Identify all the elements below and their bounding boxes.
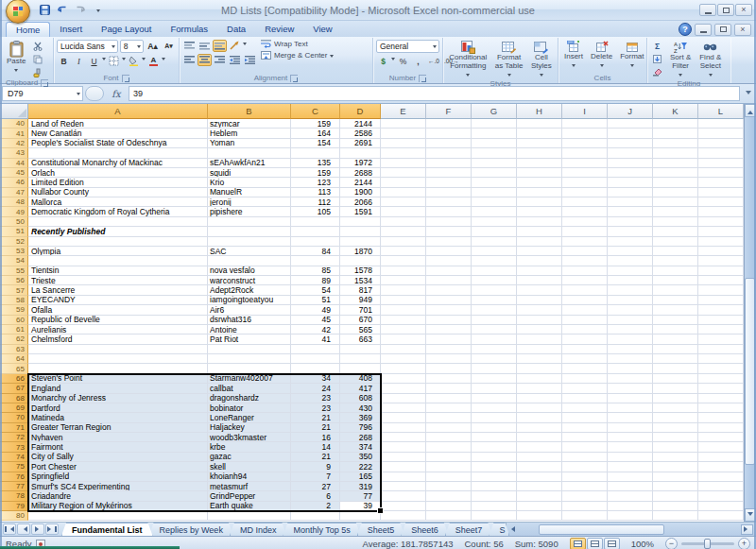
cell-E69[interactable] bbox=[381, 403, 426, 413]
cell-H57[interactable] bbox=[517, 285, 562, 295]
cell-E47[interactable] bbox=[381, 188, 426, 197]
sheet-tab-sheet7[interactable]: Sheet7 bbox=[445, 523, 493, 536]
font-size-select[interactable]: 8 bbox=[120, 40, 144, 53]
cell-G65[interactable] bbox=[472, 364, 517, 373]
cell-C62[interactable]: 41 bbox=[291, 335, 340, 344]
cell-G79[interactable] bbox=[472, 502, 517, 511]
row-header-72[interactable]: 72 bbox=[0, 433, 28, 442]
cell-E72[interactable] bbox=[381, 433, 426, 442]
cell-C64[interactable] bbox=[291, 354, 340, 364]
cell-K59[interactable] bbox=[653, 305, 698, 315]
cell-J77[interactable] bbox=[608, 482, 653, 491]
horizontal-scrollbar[interactable] bbox=[506, 523, 756, 536]
cell-L77[interactable] bbox=[698, 482, 744, 491]
row-header-57[interactable]: 57 bbox=[0, 285, 28, 295]
cell-C75[interactable]: 9 bbox=[291, 462, 340, 472]
row-header-53[interactable]: 53 bbox=[0, 247, 28, 256]
cell-A40[interactable]: Land of Reden bbox=[28, 119, 208, 129]
cell-K78[interactable] bbox=[653, 491, 698, 501]
cell-K54[interactable] bbox=[653, 256, 698, 266]
cell-E59[interactable] bbox=[381, 305, 426, 315]
cell-D62[interactable]: 663 bbox=[340, 335, 381, 344]
autosum-icon[interactable]: Σ bbox=[650, 40, 664, 52]
copy-icon[interactable] bbox=[30, 53, 44, 65]
cell-B52[interactable] bbox=[208, 237, 291, 247]
cell-C43[interactable] bbox=[291, 148, 340, 158]
cell-L67[interactable] bbox=[698, 384, 744, 393]
cell-H59[interactable] bbox=[517, 305, 562, 315]
row-header-67[interactable]: 67 bbox=[0, 384, 28, 393]
cell-C42[interactable]: 154 bbox=[291, 139, 340, 148]
ribbon-tab-page-layout[interactable]: Page Layout bbox=[92, 22, 161, 37]
cell-F62[interactable] bbox=[426, 335, 472, 344]
row-header-76[interactable]: 76 bbox=[0, 472, 28, 482]
minimize-icon[interactable] bbox=[699, 4, 716, 16]
col-header-L[interactable]: L bbox=[698, 104, 744, 119]
sheet-tab-sheet6[interactable]: Sheet6 bbox=[401, 523, 449, 536]
cell-D41[interactable]: 2586 bbox=[340, 129, 381, 138]
cell-L69[interactable] bbox=[698, 403, 744, 413]
row-header-47[interactable]: 47 bbox=[0, 188, 28, 197]
workbook-minimize-icon[interactable] bbox=[695, 24, 712, 36]
bold-button[interactable]: B bbox=[57, 55, 71, 67]
formula-input[interactable]: 39 bbox=[129, 86, 740, 101]
row-header-71[interactable]: 71 bbox=[0, 423, 28, 433]
zoom-level[interactable]: 100% bbox=[631, 539, 654, 549]
cell-A44[interactable]: Constitutional Monarchy of Mackinac bbox=[28, 159, 208, 168]
cell-J69[interactable] bbox=[608, 403, 653, 413]
cell-D75[interactable]: 222 bbox=[340, 462, 381, 472]
cell-H51[interactable] bbox=[517, 227, 562, 236]
row-header-73[interactable]: 73 bbox=[0, 442, 28, 452]
cell-A60[interactable]: Republic of Bevelle bbox=[28, 316, 208, 325]
next-sheet-icon[interactable] bbox=[31, 523, 44, 535]
cell-I75[interactable] bbox=[562, 462, 608, 472]
cell-F75[interactable] bbox=[426, 462, 472, 472]
cell-J78[interactable] bbox=[608, 491, 653, 501]
cell-D78[interactable]: 77 bbox=[340, 491, 381, 501]
cell-L49[interactable] bbox=[698, 207, 744, 216]
help-icon[interactable]: ? bbox=[679, 23, 692, 36]
cell-B58[interactable]: iamgoingtoeatyou bbox=[208, 296, 291, 305]
cell-J76[interactable] bbox=[608, 472, 653, 482]
zoom-out-icon[interactable]: − bbox=[665, 538, 678, 549]
cell-C68[interactable]: 23 bbox=[291, 394, 340, 403]
cell-I76[interactable] bbox=[562, 472, 608, 482]
cell-K68[interactable] bbox=[653, 394, 698, 403]
cell-K62[interactable] bbox=[653, 335, 698, 344]
restore-icon[interactable] bbox=[717, 4, 734, 16]
cell-styles-button[interactable]: Cell Styles bbox=[528, 40, 555, 79]
cell-J53[interactable] bbox=[608, 247, 653, 256]
cell-J49[interactable] bbox=[608, 207, 653, 216]
cell-I77[interactable] bbox=[562, 482, 608, 491]
cell-D73[interactable]: 374 bbox=[340, 442, 381, 452]
cell-I52[interactable] bbox=[562, 237, 608, 247]
row-header-77[interactable]: 77 bbox=[0, 482, 28, 491]
cell-K67[interactable] bbox=[653, 384, 698, 393]
cell-L66[interactable] bbox=[698, 374, 744, 384]
cell-I63[interactable] bbox=[562, 345, 608, 354]
horizontal-scroll-thumb[interactable] bbox=[539, 524, 664, 535]
cell-B49[interactable]: pipishere bbox=[208, 207, 291, 216]
number-format-select[interactable]: General bbox=[376, 40, 439, 53]
cell-B63[interactable] bbox=[208, 345, 291, 354]
cell-D40[interactable]: 2144 bbox=[340, 119, 381, 129]
row-header-80[interactable]: 80 bbox=[0, 511, 28, 521]
cell-F61[interactable] bbox=[426, 325, 472, 335]
cell-A64[interactable] bbox=[28, 354, 208, 364]
cell-C44[interactable]: 135 bbox=[291, 159, 340, 168]
cell-E62[interactable] bbox=[381, 335, 426, 344]
name-box[interactable]: D79 bbox=[2, 86, 83, 101]
cell-E56[interactable] bbox=[381, 276, 426, 285]
cell-E74[interactable] bbox=[381, 453, 426, 462]
cell-J50[interactable] bbox=[608, 217, 653, 227]
cell-K60[interactable] bbox=[653, 316, 698, 325]
cell-D58[interactable]: 949 bbox=[340, 296, 381, 305]
cell-H54[interactable] bbox=[517, 256, 562, 266]
format-as-table-button[interactable]: Format as Table bbox=[492, 40, 526, 79]
cell-F42[interactable] bbox=[426, 139, 472, 148]
cell-G44[interactable] bbox=[472, 159, 517, 168]
cell-L56[interactable] bbox=[698, 276, 744, 285]
row-header-58[interactable]: 58 bbox=[0, 296, 28, 305]
cell-A51[interactable]: Recently Published bbox=[28, 227, 208, 236]
cell-I51[interactable] bbox=[562, 227, 608, 236]
